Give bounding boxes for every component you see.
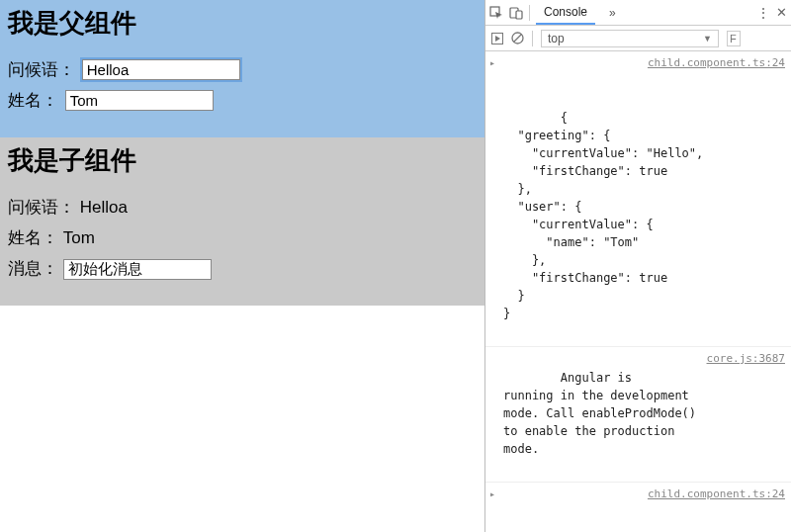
console-entry: core.js:3687Angular is running in the de… (485, 347, 791, 483)
name-input[interactable] (65, 90, 214, 111)
name-label: 姓名： (8, 228, 58, 247)
name-label: 姓名： (8, 91, 58, 110)
app-viewport: 我是父组件 问候语： 姓名： 我是子组件 问候语： Helloa 姓名： Tom… (0, 0, 484, 532)
device-icon[interactable] (509, 6, 523, 20)
devtools-panel: Console » ⋮ ✕ top ▼ ▸ child.component.t (484, 0, 791, 532)
console-entry: ▸ child.component.ts:24 { "greeting": { … (485, 483, 791, 532)
expand-icon[interactable]: ▸ (489, 55, 495, 70)
close-icon[interactable]: ✕ (776, 5, 787, 20)
svg-rect-2 (516, 11, 522, 19)
greeting-value: Helloa (80, 198, 128, 217)
message-label: 消息： (8, 259, 58, 278)
console-entry: ▸ child.component.ts:24 { "greeting": { … (485, 51, 791, 347)
kebab-icon[interactable]: ⋮ (756, 5, 770, 21)
expand-icon[interactable]: ▸ (489, 487, 495, 501)
name-value: Tom (63, 228, 95, 247)
console-toolbar: top ▼ (485, 26, 791, 51)
source-link[interactable]: child.component.ts:24 (648, 55, 785, 72)
child-greeting-row: 问候语： Helloa (8, 196, 477, 219)
child-message-row: 消息： (8, 257, 477, 280)
log-text: { "greeting": { "currentValue": "Hello",… (503, 111, 703, 320)
source-link[interactable]: core.js:3687 (707, 351, 785, 368)
devtools-tabs: Console » ⋮ ✕ (485, 0, 791, 26)
child-component: 我是子组件 问候语： Helloa 姓名： Tom 消息： (0, 137, 484, 306)
source-link[interactable]: child.component.ts:24 (648, 487, 785, 503)
greeting-label: 问候语： (8, 60, 75, 79)
tab-console[interactable]: Console (536, 1, 595, 25)
clear-icon[interactable] (511, 32, 524, 44)
greeting-label: 问候语： (8, 198, 75, 217)
child-name-row: 姓名： Tom (8, 226, 477, 249)
play-icon[interactable] (491, 33, 503, 44)
divider (532, 31, 533, 46)
tab-more[interactable]: » (601, 2, 624, 24)
parent-name-row: 姓名： (8, 89, 477, 112)
parent-component: 我是父组件 问候语： 姓名： (0, 0, 484, 137)
console-output: ▸ child.component.ts:24 { "greeting": { … (485, 51, 791, 532)
child-title: 我是子组件 (8, 143, 477, 178)
greeting-input[interactable] (82, 59, 240, 80)
log-text: Angular is running in the development mo… (503, 371, 696, 456)
context-select[interactable]: top ▼ (541, 30, 719, 47)
svg-line-5 (514, 35, 522, 43)
parent-greeting-row: 问候语： (8, 58, 477, 81)
message-input[interactable] (63, 259, 212, 280)
parent-title: 我是父组件 (8, 6, 477, 41)
divider (529, 5, 530, 21)
filter-input[interactable] (727, 31, 741, 46)
chevron-down-icon: ▼ (703, 34, 712, 44)
context-value: top (548, 32, 565, 45)
inspect-icon[interactable] (489, 6, 503, 20)
